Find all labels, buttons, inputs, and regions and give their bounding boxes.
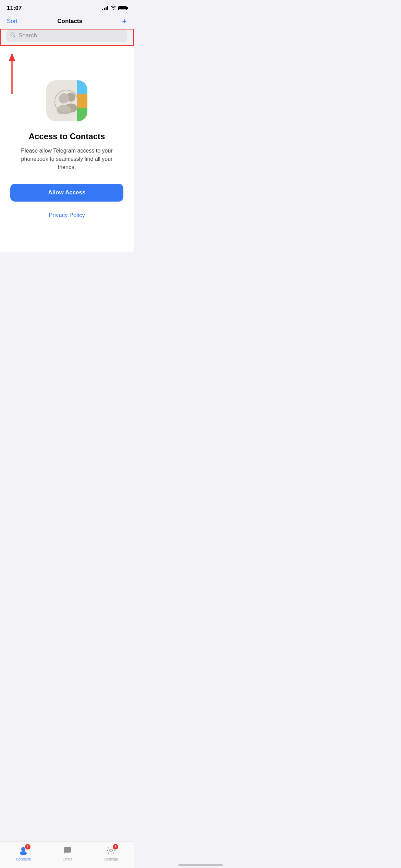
nav-bar: Sort Contacts + xyxy=(0,14,134,29)
access-title: Access to Contacts xyxy=(29,132,105,141)
allow-access-button[interactable]: Allow Access xyxy=(10,184,123,202)
sort-button[interactable]: Sort xyxy=(7,18,17,25)
status-icons xyxy=(102,5,127,11)
svg-point-6 xyxy=(59,93,69,104)
svg-line-1 xyxy=(14,36,15,37)
search-container: Search xyxy=(0,29,134,46)
svg-marker-3 xyxy=(9,53,15,61)
contacts-app-icon xyxy=(46,80,87,121)
status-time: 11:07 xyxy=(7,5,22,12)
main-content: Access to Contacts Please allow Telegram… xyxy=(0,46,134,252)
privacy-policy-link[interactable]: Privacy Policy xyxy=(49,212,85,219)
page-title: Contacts xyxy=(57,18,82,25)
access-description: Please allow Telegram access to your pho… xyxy=(15,147,118,171)
status-bar: 11:07 xyxy=(0,0,134,14)
search-bar[interactable]: Search xyxy=(6,29,127,42)
signal-icon xyxy=(102,6,108,10)
annotation-arrow xyxy=(2,51,22,97)
battery-icon xyxy=(118,6,127,10)
search-placeholder: Search xyxy=(19,32,37,39)
search-icon xyxy=(10,32,16,39)
wifi-icon xyxy=(110,5,116,11)
add-contact-button[interactable]: + xyxy=(122,17,127,25)
